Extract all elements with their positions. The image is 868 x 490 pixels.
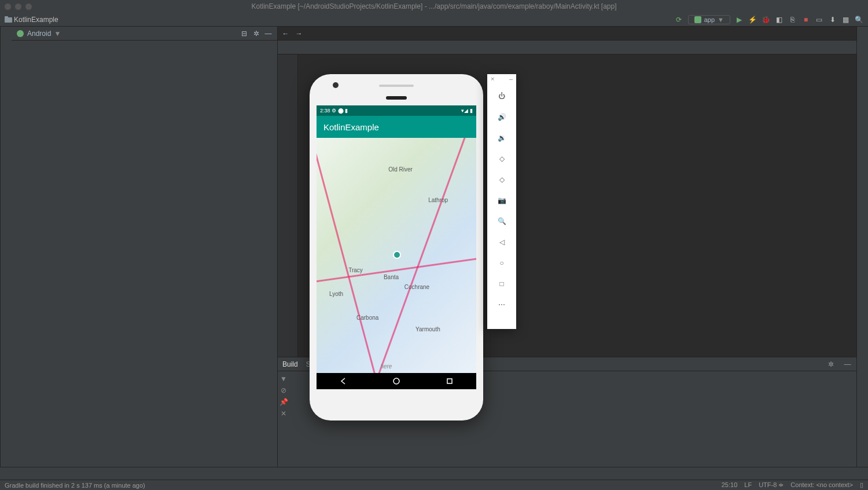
bottom-tool-strip <box>0 467 868 480</box>
back-icon[interactable]: ◁ <box>496 236 507 248</box>
build-tab[interactable]: Build <box>282 360 298 368</box>
status-bar: Gradle build finished in 2 s 137 ms (a m… <box>0 480 868 490</box>
stop-icon[interactable]: ■ <box>801 15 810 24</box>
android-nav-bar <box>317 373 476 389</box>
run-config-label: app <box>704 16 715 23</box>
map-label: Old River <box>388 166 413 173</box>
map-label: Banta <box>384 274 399 280</box>
map-label: Yarmouth <box>415 326 440 332</box>
recents-button[interactable] <box>446 377 454 385</box>
run-configuration-selector[interactable]: app ▼ <box>688 15 730 24</box>
run-icon[interactable]: ▶ <box>735 15 744 24</box>
back-button[interactable] <box>339 377 347 385</box>
close-dot[interactable] <box>5 3 11 10</box>
memory-icon[interactable]: ▯ <box>860 481 863 489</box>
svg-rect-5 <box>447 379 452 383</box>
sync-icon[interactable]: ⟳ <box>675 15 683 24</box>
cursor-position: 25:10 <box>722 481 738 489</box>
map-attribution: here <box>380 363 392 370</box>
map-view[interactable]: Old River Lathrop Tracy Banta Cochrane C… <box>317 138 476 373</box>
collapse-icon[interactable]: ⊟ <box>240 29 248 38</box>
camera-icon[interactable]: 📷 <box>496 195 507 206</box>
context-label[interactable]: Context: <no context> <box>790 481 853 489</box>
window-titlebar: KotlinExample [~/AndroidStudioProjects/K… <box>0 0 868 13</box>
minimize-dot[interactable] <box>15 3 21 10</box>
hide-icon[interactable]: — <box>843 360 852 368</box>
project-panel: Android ▼ ⊟ ✲ — <box>12 27 278 467</box>
hide-icon[interactable]: — <box>264 29 273 38</box>
svg-point-4 <box>393 378 399 384</box>
app-bar: KotlinExample <box>317 116 476 138</box>
emulator-device-frame: 2:38 ⚙ ⬤ ▮ ▾◢ ▮ KotlinExample Old River … <box>310 74 483 420</box>
app-title: KotlinExample <box>323 122 379 132</box>
more-icon[interactable]: ⋯ <box>496 299 507 310</box>
sdk-manager-icon[interactable]: ⬇ <box>828 15 837 24</box>
map-label: Tracy <box>348 267 363 273</box>
emulator-controls: × – ⏻ 🔊 🔉 ◇ ◇ 📷 🔍 ◁ ○ □ ⋯ <box>487 74 516 329</box>
breadcrumb-bar: KotlinExample ⟳ app ▼ ▶ ⚡ 🐞 ◧ ⎘ ■ ▭ ⬇ ▦ … <box>0 13 868 27</box>
svg-rect-1 <box>5 16 8 18</box>
pin-icon[interactable]: 📌 <box>279 398 288 406</box>
volume-up-icon[interactable]: 🔊 <box>496 111 507 123</box>
svg-rect-0 <box>5 17 12 23</box>
rotate-right-icon[interactable]: ◇ <box>496 174 507 185</box>
rotate-left-icon[interactable]: ◇ <box>496 153 507 164</box>
map-label: Lathrop <box>428 197 448 203</box>
status-time: 2:38 <box>320 108 330 114</box>
window-title: KotlinExample [~/AndroidStudioProjects/K… <box>251 2 616 10</box>
attach-debugger-icon[interactable]: ⎘ <box>788 15 797 24</box>
overview-icon[interactable]: □ <box>496 278 507 290</box>
avd-manager-icon[interactable]: ▭ <box>815 15 823 24</box>
sensor-pill <box>386 96 407 100</box>
project-tree[interactable] <box>12 41 277 467</box>
camera-icon <box>333 82 339 88</box>
power-icon[interactable]: ⏻ <box>496 90 507 102</box>
back-icon[interactable]: ← <box>281 29 290 38</box>
encoding[interactable]: UTF-8 ≑ <box>759 481 784 489</box>
breadcrumb-item[interactable]: KotlinExample <box>5 16 58 24</box>
gear-icon[interactable]: ✲ <box>252 29 260 38</box>
line-gutter <box>278 54 298 357</box>
svg-rect-2 <box>694 16 701 23</box>
emulator-screen[interactable]: 2:38 ⚙ ⬤ ▮ ▾◢ ▮ KotlinExample Old River … <box>317 105 476 389</box>
debug-icon[interactable]: 🐞 <box>762 15 770 24</box>
android-status-bar: 2:38 ⚙ ⬤ ▮ ▾◢ ▮ <box>317 105 476 116</box>
close-icon[interactable]: × <box>491 75 494 82</box>
map-label: Carbona <box>356 315 378 321</box>
home-button[interactable] <box>392 377 400 385</box>
volume-down-icon[interactable]: 🔉 <box>496 132 507 144</box>
expand-icon[interactable]: ▼ <box>280 375 287 383</box>
zoom-dot[interactable] <box>25 3 32 10</box>
map-marker <box>393 251 401 259</box>
map-label: Cochrane <box>404 284 429 290</box>
apply-changes-icon[interactable]: ⚡ <box>748 15 757 24</box>
traffic-lights <box>5 3 32 10</box>
editor-tabs <box>278 41 856 54</box>
right-tool-gutter <box>856 27 868 467</box>
home-icon[interactable]: ○ <box>496 257 507 269</box>
gear-icon[interactable]: ✲ <box>826 360 835 368</box>
project-panel-header: Android ▼ ⊟ ✲ — <box>12 27 277 41</box>
speaker-icon <box>379 85 414 87</box>
line-separator[interactable]: LF <box>744 481 752 489</box>
layout-inspector-icon[interactable]: ▦ <box>841 15 850 24</box>
status-message: Gradle build finished in 2 s 137 ms (a m… <box>5 482 145 489</box>
forward-icon[interactable]: → <box>295 29 303 38</box>
minimize-icon[interactable]: – <box>509 75 513 82</box>
status-icons: ▾◢ ▮ <box>461 108 473 114</box>
map-label: Lyoth <box>329 291 343 297</box>
zoom-icon[interactable]: 🔍 <box>496 215 507 227</box>
search-icon[interactable]: 🔍 <box>855 15 863 24</box>
filter-icon[interactable]: ⊘ <box>281 386 286 394</box>
project-view-selector[interactable]: Android <box>27 30 51 38</box>
left-tool-gutter <box>0 27 12 467</box>
build-side-actions: ▼ ⊘ 📌 ✕ <box>278 371 289 467</box>
close-icon[interactable]: ✕ <box>281 409 286 418</box>
svg-point-3 <box>17 30 24 37</box>
editor-toolbar: ← → <box>278 27 856 41</box>
profile-icon[interactable]: ◧ <box>775 15 784 24</box>
